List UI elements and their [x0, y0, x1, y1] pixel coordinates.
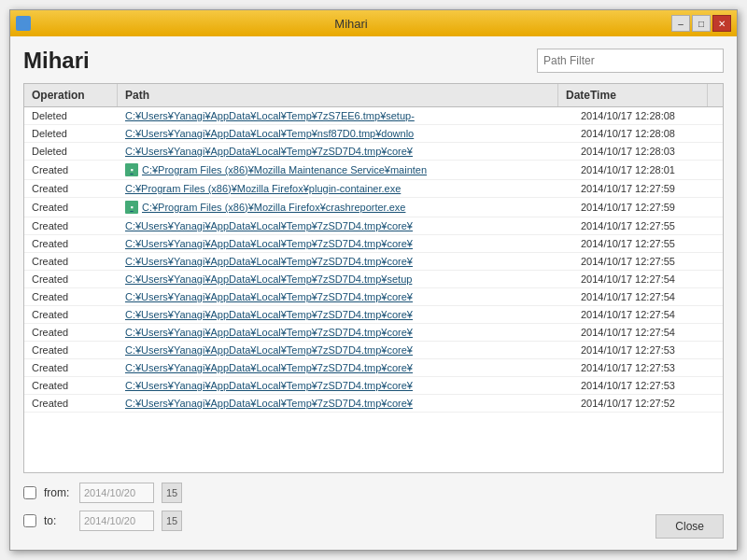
cell-operation: Created: [24, 235, 118, 252]
cell-path[interactable]: C:¥Users¥Yanagi¥AppData¥Local¥Temp¥7zSD7…: [118, 395, 573, 412]
cell-datetime: 2014/10/17 12:27:59: [573, 180, 723, 197]
from-label: from:: [44, 486, 72, 499]
cell-datetime: 2014/10/17 12:27:59: [573, 198, 723, 217]
cell-datetime: 2014/10/17 12:28:08: [573, 125, 723, 142]
cell-operation: Deleted: [24, 143, 118, 160]
cell-path[interactable]: C:¥Users¥Yanagi¥AppData¥Local¥Temp¥7zSD7…: [118, 306, 573, 323]
cell-operation: Deleted: [24, 107, 118, 124]
table-row[interactable]: CreatedC:¥Users¥Yanagi¥AppData¥Local¥Tem…: [24, 217, 723, 235]
path-filter-input[interactable]: [537, 49, 724, 73]
cell-operation: Created: [24, 342, 118, 358]
cell-path[interactable]: C:¥Users¥Yanagi¥AppData¥Local¥Temp¥7zSD7…: [118, 143, 573, 160]
file-icon: ▪: [125, 201, 138, 214]
cell-path[interactable]: C:¥Users¥Yanagi¥AppData¥Local¥Temp¥7zSD7…: [118, 324, 573, 341]
maximize-button[interactable]: □: [692, 15, 711, 32]
from-calendar-button[interactable]: 15: [162, 483, 182, 503]
col-scrollbar-header: [708, 84, 723, 106]
to-checkbox[interactable]: [23, 514, 36, 527]
table-header: Operation Path DateTime: [24, 84, 723, 107]
title-bar: Mihari – □ ✕: [10, 10, 737, 36]
to-calendar-button[interactable]: 15: [162, 511, 182, 531]
calendar-icon: 15: [166, 487, 177, 498]
cell-path[interactable]: C:¥Users¥Yanagi¥AppData¥Local¥Temp¥7zSD7…: [118, 271, 573, 287]
cell-datetime: 2014/10/17 12:27:55: [573, 253, 723, 270]
cell-datetime: 2014/10/17 12:27:54: [573, 288, 723, 305]
table-row[interactable]: DeletedC:¥Users¥Yanagi¥AppData¥Local¥Tem…: [24, 107, 723, 125]
table-row[interactable]: Created▪C:¥Program Files (x86)¥Mozilla F…: [24, 198, 723, 217]
cell-operation: Created: [24, 377, 118, 394]
cell-path[interactable]: C:¥Users¥Yanagi¥AppData¥Local¥Temp¥7zSD7…: [118, 359, 573, 376]
cell-operation: Deleted: [24, 125, 118, 142]
table-row[interactable]: CreatedC:¥Users¥Yanagi¥AppData¥Local¥Tem…: [24, 395, 723, 413]
calendar-icon-to: 15: [166, 515, 177, 526]
cell-datetime: 2014/10/17 12:27:54: [573, 271, 723, 287]
cell-path[interactable]: C:¥Users¥Yanagi¥AppData¥Local¥Temp¥nsf87…: [118, 125, 573, 142]
table-row[interactable]: DeletedC:¥Users¥Yanagi¥AppData¥Local¥Tem…: [24, 143, 723, 161]
table-row[interactable]: CreatedC:¥Program Files (x86)¥Mozilla Fi…: [24, 180, 723, 198]
window-controls: – □ ✕: [671, 15, 731, 32]
table-row[interactable]: CreatedC:¥Users¥Yanagi¥AppData¥Local¥Tem…: [24, 377, 723, 395]
cell-path[interactable]: C:¥Users¥Yanagi¥AppData¥Local¥Temp¥7zSD7…: [118, 342, 573, 358]
cell-datetime: 2014/10/17 12:27:55: [573, 217, 723, 234]
table-row[interactable]: CreatedC:¥Users¥Yanagi¥AppData¥Local¥Tem…: [24, 288, 723, 306]
table-body[interactable]: DeletedC:¥Users¥Yanagi¥AppData¥Local¥Tem…: [24, 107, 723, 472]
cell-datetime: 2014/10/17 12:27:53: [573, 342, 723, 358]
cell-datetime: 2014/10/17 12:27:53: [573, 359, 723, 376]
cell-datetime: 2014/10/17 12:28:01: [573, 161, 723, 179]
cell-path[interactable]: C:¥Users¥Yanagi¥AppData¥Local¥Temp¥7zSD7…: [118, 253, 573, 270]
main-window: Mihari – □ ✕ Mihari Operation Path DateT…: [9, 9, 738, 551]
to-date-input[interactable]: [79, 511, 154, 531]
cell-datetime: 2014/10/17 12:27:53: [573, 377, 723, 394]
table-row[interactable]: CreatedC:¥Users¥Yanagi¥AppData¥Local¥Tem…: [24, 359, 723, 377]
cell-path[interactable]: C:¥Users¥Yanagi¥AppData¥Local¥Temp¥7zS7E…: [118, 107, 573, 124]
window-content: Mihari Operation Path DateTime DeletedC:…: [10, 36, 737, 550]
cell-operation: Created: [24, 161, 118, 179]
cell-datetime: 2014/10/17 12:27:54: [573, 324, 723, 341]
cell-operation: Created: [24, 324, 118, 341]
file-table: Operation Path DateTime DeletedC:¥Users¥…: [23, 83, 724, 473]
table-row[interactable]: CreatedC:¥Users¥Yanagi¥AppData¥Local¥Tem…: [24, 271, 723, 288]
cell-path[interactable]: C:¥Users¥Yanagi¥AppData¥Local¥Temp¥7zSD7…: [118, 288, 573, 305]
cell-path[interactable]: C:¥Users¥Yanagi¥AppData¥Local¥Temp¥7zSD7…: [118, 235, 573, 252]
cell-operation: Created: [24, 306, 118, 323]
cell-datetime: 2014/10/17 12:27:55: [573, 235, 723, 252]
window-close-button[interactable]: ✕: [712, 15, 731, 32]
from-filter-row: from: 15: [23, 483, 182, 503]
cell-path[interactable]: ▪C:¥Program Files (x86)¥Mozilla Maintena…: [118, 161, 573, 179]
table-row[interactable]: DeletedC:¥Users¥Yanagi¥AppData¥Local¥Tem…: [24, 125, 723, 143]
cell-operation: Created: [24, 217, 118, 234]
cell-operation: Created: [24, 288, 118, 305]
cell-path[interactable]: C:¥Users¥Yanagi¥AppData¥Local¥Temp¥7zSD7…: [118, 217, 573, 234]
cell-path[interactable]: C:¥Program Files (x86)¥Mozilla Firefox¥p…: [118, 180, 573, 197]
cell-operation: Created: [24, 180, 118, 197]
file-icon: ▪: [125, 163, 138, 176]
table-row[interactable]: CreatedC:¥Users¥Yanagi¥AppData¥Local¥Tem…: [24, 253, 723, 271]
cell-operation: Created: [24, 359, 118, 376]
col-path: Path: [118, 84, 558, 106]
table-row[interactable]: CreatedC:¥Users¥Yanagi¥AppData¥Local¥Tem…: [24, 235, 723, 253]
app-icon: [16, 16, 31, 31]
close-button[interactable]: Close: [655, 514, 724, 539]
cell-datetime: 2014/10/17 12:28:08: [573, 107, 723, 124]
table-row[interactable]: Created▪C:¥Program Files (x86)¥Mozilla M…: [24, 161, 723, 180]
cell-datetime: 2014/10/17 12:28:03: [573, 143, 723, 160]
table-row[interactable]: CreatedC:¥Users¥Yanagi¥AppData¥Local¥Tem…: [24, 324, 723, 342]
cell-datetime: 2014/10/17 12:27:54: [573, 306, 723, 323]
col-datetime: DateTime: [558, 84, 708, 106]
header-row: Mihari: [23, 48, 724, 74]
minimize-button[interactable]: –: [671, 15, 690, 32]
table-row[interactable]: CreatedC:¥Users¥Yanagi¥AppData¥Local¥Tem…: [24, 342, 723, 359]
to-filter-row: to: 15: [23, 511, 182, 531]
cell-datetime: 2014/10/17 12:27:52: [573, 395, 723, 412]
cell-operation: Created: [24, 271, 118, 287]
cell-operation: Created: [24, 395, 118, 412]
cell-path[interactable]: ▪C:¥Program Files (x86)¥Mozilla Firefox¥…: [118, 198, 573, 217]
cell-operation: Created: [24, 198, 118, 217]
window-title: Mihari: [31, 17, 671, 31]
from-date-input[interactable]: [79, 483, 154, 503]
to-label: to:: [44, 514, 72, 527]
app-title: Mihari: [23, 48, 90, 74]
from-checkbox[interactable]: [23, 486, 36, 499]
table-row[interactable]: CreatedC:¥Users¥Yanagi¥AppData¥Local¥Tem…: [24, 306, 723, 324]
cell-path[interactable]: C:¥Users¥Yanagi¥AppData¥Local¥Temp¥7zSD7…: [118, 377, 573, 394]
